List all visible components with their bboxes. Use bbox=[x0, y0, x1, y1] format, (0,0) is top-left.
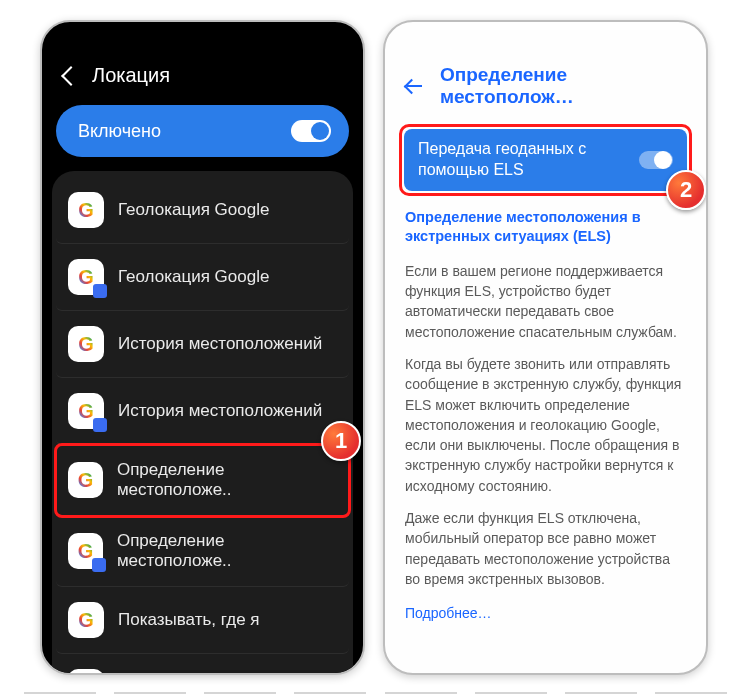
list-item[interactable]: GОпределение местоположе..1 bbox=[56, 445, 349, 516]
list-item-label: История местоположений bbox=[118, 334, 322, 354]
back-icon[interactable] bbox=[61, 66, 81, 86]
els-toggle-container: Передача геоданных с помощью ELS 2 bbox=[399, 124, 692, 196]
back-icon[interactable] bbox=[407, 85, 422, 87]
step-highlight: Передача геоданных с помощью ELS bbox=[399, 124, 692, 196]
list-item[interactable]: GГеолокация Google bbox=[56, 244, 349, 311]
list-item-label: Определение местоположе.. bbox=[117, 531, 337, 571]
list-item[interactable]: GПоказывать, где я bbox=[56, 654, 349, 675]
location-services-list: GГеолокация GoogleGГеолокация GoogleGИст… bbox=[52, 171, 353, 675]
phone-right-light: Определение местополож… Передача геоданн… bbox=[383, 20, 708, 675]
list-item[interactable]: GГеолокация Google bbox=[56, 177, 349, 244]
els-toggle-row[interactable]: Передача геоданных с помощью ELS bbox=[404, 129, 687, 191]
switch-on-icon[interactable] bbox=[639, 151, 673, 169]
list-item[interactable]: GИстория местоположений bbox=[56, 311, 349, 378]
phone-left-dark: Локация Включено GГеолокация GoogleGГеол… bbox=[40, 20, 365, 675]
list-item[interactable]: GПоказывать, где я bbox=[56, 587, 349, 654]
google-icon: G bbox=[68, 192, 104, 228]
list-item-label: Определение местоположе.. bbox=[117, 460, 337, 500]
master-toggle-row[interactable]: Включено bbox=[56, 105, 349, 157]
info-paragraph: Даже если функция ELS отключена, мобильн… bbox=[385, 502, 706, 595]
home-indicators bbox=[0, 692, 751, 694]
info-paragraph: Если в вашем регионе поддерживается функ… bbox=[385, 255, 706, 348]
els-toggle-label: Передача геоданных с помощью ELS bbox=[418, 139, 629, 181]
switch-on-icon[interactable] bbox=[291, 120, 331, 142]
header-bar: Локация bbox=[42, 22, 363, 105]
google-icon: G bbox=[68, 326, 104, 362]
info-paragraph: Когда вы будете звонить или отправлять с… bbox=[385, 348, 706, 502]
more-link[interactable]: Подробнее… bbox=[385, 595, 706, 631]
google-icon: G bbox=[68, 602, 104, 638]
google-icon: G bbox=[68, 259, 104, 295]
header-bar: Определение местополож… bbox=[385, 22, 706, 124]
step-badge-2: 2 bbox=[666, 170, 706, 210]
list-item[interactable]: GОпределение местоположе.. bbox=[56, 516, 349, 587]
list-item[interactable]: GИстория местоположений bbox=[56, 378, 349, 445]
section-title: Определение местоположения в экстренных … bbox=[385, 196, 706, 255]
step-badge-1: 1 bbox=[321, 421, 361, 461]
list-item-label: Показывать, где я bbox=[118, 610, 260, 630]
list-item-label: Геолокация Google bbox=[118, 267, 269, 287]
list-item-label: Геолокация Google bbox=[118, 200, 269, 220]
google-icon: G bbox=[68, 393, 104, 429]
list-item-label: История местоположений bbox=[118, 401, 322, 421]
page-title: Локация bbox=[92, 64, 170, 87]
google-icon: G bbox=[68, 533, 103, 569]
google-icon: G bbox=[68, 462, 103, 498]
master-toggle-label: Включено bbox=[78, 121, 161, 142]
page-title: Определение местополож… bbox=[440, 64, 688, 108]
google-icon: G bbox=[68, 669, 104, 675]
